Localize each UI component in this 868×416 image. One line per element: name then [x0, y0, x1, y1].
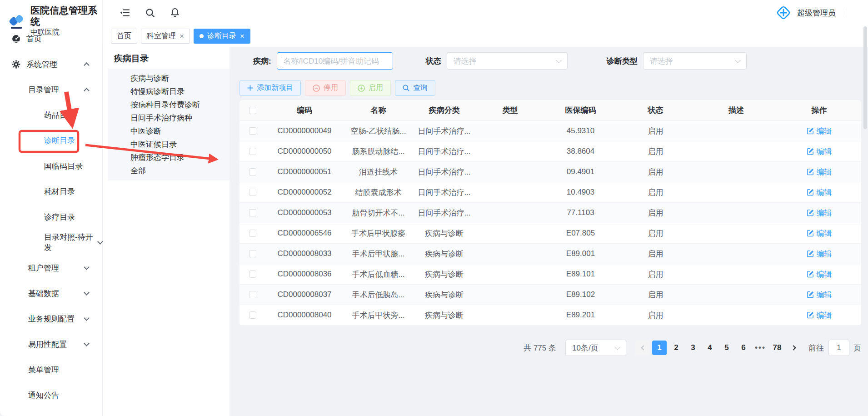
sidebar-item-home[interactable]: 首页 [0, 26, 102, 51]
edit-icon [807, 189, 814, 196]
cell-name: 结膜囊成形术 [343, 187, 414, 198]
edit-button[interactable]: 编辑 [807, 249, 832, 259]
bell-icon[interactable] [170, 8, 180, 18]
page-number[interactable]: 6 [736, 341, 751, 355]
edit-icon [807, 250, 814, 257]
row-checkbox[interactable] [249, 271, 256, 278]
open-tabs-bar: 首页 科室管理 × 诊断目录 × [103, 25, 868, 47]
sidebar-item-system[interactable]: 系统管理 [0, 51, 102, 77]
diagnosis-type-select[interactable]: 请选择 [643, 52, 747, 70]
vertical-scrollbar[interactable] [863, 26, 867, 129]
edit-button[interactable]: 编辑 [807, 290, 832, 300]
sidebar-item-treatment-catalog[interactable]: 诊疗目录 [0, 204, 102, 230]
sidebar-item-label: 国临码目录 [44, 161, 83, 171]
cell-insurance-code: E89.201 [545, 311, 616, 320]
sidebar-item-tenant-mgmt[interactable]: 租户管理 [0, 255, 102, 281]
edit-button[interactable]: 编辑 [807, 310, 832, 321]
row-checkbox[interactable] [249, 189, 256, 196]
row-checkbox[interactable] [249, 127, 256, 135]
more-pages-icon[interactable]: ••• [753, 341, 768, 355]
page-number[interactable]: 3 [686, 341, 700, 355]
collapse-sidebar-icon[interactable] [120, 9, 130, 17]
sidebar-item-national-code-catalog[interactable]: 国临码目录 [0, 153, 102, 179]
edit-button[interactable]: 编辑 [807, 167, 832, 177]
edit-button[interactable]: 编辑 [807, 187, 832, 198]
cell-insurance-code: 45.9310 [545, 126, 616, 135]
user-area[interactable]: 超级管理员 [775, 5, 846, 21]
status-select[interactable]: 请选择 [447, 52, 568, 70]
prev-page-button[interactable] [635, 341, 650, 355]
sidebar-item-drug-catalog[interactable]: 药品目录 [0, 102, 102, 128]
disable-button[interactable]: 停用 [305, 80, 346, 96]
catalog-item[interactable]: 中医诊断 [108, 125, 229, 138]
catalog-item[interactable]: 全部 [108, 164, 229, 177]
sidebar-item-base-data[interactable]: 基础数据 [0, 281, 102, 306]
enable-button[interactable]: 启用 [350, 80, 391, 96]
sidebar-item-catalog-mapping[interactable]: 目录对照-待开发 [0, 230, 102, 255]
sidebar-item-menu-mgmt[interactable]: 菜单管理 [0, 357, 102, 382]
catalog-item[interactable]: 肿瘤形态学目录 [108, 151, 229, 164]
catalog-item[interactable]: 疾病与诊断 [108, 72, 229, 85]
row-checkbox[interactable] [249, 250, 256, 257]
next-page-button[interactable] [787, 341, 801, 355]
edit-label: 编辑 [817, 146, 832, 157]
sidebar-item-catalog-mgmt[interactable]: 目录管理 [0, 77, 102, 102]
close-icon[interactable]: × [180, 32, 184, 40]
chevron-down-icon [84, 290, 90, 296]
select-all-checkbox[interactable] [249, 107, 256, 114]
cell-name: 泪道挂线术 [343, 167, 414, 177]
row-checkbox[interactable] [249, 311, 256, 319]
close-icon[interactable]: × [240, 32, 244, 40]
sidebar-item-usability-config[interactable]: 易用性配置 [0, 331, 102, 357]
catalog-item[interactable]: 中医证候目录 [108, 138, 229, 151]
diagnosis-table: 编码 名称 疾病分类 类型 医保编码 状态 描述 操作 CD0000000049… [239, 100, 861, 326]
row-checkbox[interactable] [249, 168, 256, 175]
edit-button[interactable]: 编辑 [807, 208, 832, 218]
edit-button[interactable]: 编辑 [807, 228, 832, 239]
row-checkbox[interactable] [249, 209, 256, 216]
edit-button[interactable]: 编辑 [807, 146, 832, 157]
active-dot-icon [200, 34, 204, 38]
page-number[interactable]: 1 [652, 341, 667, 355]
table-row: CD0000006546 手术后甲状腺瘘 疾病与诊断 E07.805 启用 编辑 [239, 223, 861, 244]
page-number[interactable]: 4 [703, 341, 717, 355]
search-icon[interactable] [145, 8, 155, 18]
input-placeholder: 名称/ICD10编码/拼音助记码 [283, 56, 379, 66]
tab-home[interactable]: 首页 [111, 29, 137, 44]
edit-label: 编辑 [817, 208, 832, 218]
tab-dept-mgmt[interactable]: 科室管理 × [141, 29, 190, 44]
chevron-down-icon [84, 315, 90, 321]
column-header: 状态 [616, 105, 695, 115]
cell-category: 疾病与诊断 [414, 290, 475, 300]
page-number[interactable]: 5 [719, 341, 734, 355]
query-button[interactable]: 查询 [395, 80, 435, 96]
cell-category: 疾病与诊断 [414, 228, 475, 239]
disease-search-input[interactable]: 名称/ICD10编码/拼音助记码 [277, 52, 393, 70]
total-count: 共 775 条 [524, 343, 556, 353]
cell-code: CD0000000052 [266, 188, 343, 197]
cell-category: 日间手术治疗... [414, 187, 475, 198]
page-number[interactable]: 2 [669, 341, 683, 355]
goto-page-input[interactable]: 1 [828, 340, 849, 356]
row-checkbox[interactable] [249, 230, 256, 237]
cell-code: CD0000008037 [266, 290, 343, 299]
edit-button[interactable]: 编辑 [807, 126, 832, 136]
row-checkbox[interactable] [249, 148, 256, 155]
sidebar-item-notice[interactable]: 通知公告 [0, 382, 102, 408]
sidebar-item-consumable-catalog[interactable]: 耗材目录 [0, 179, 102, 204]
tab-label: 首页 [117, 31, 131, 41]
catalog-item[interactable]: 特慢病诊断目录 [108, 85, 229, 98]
page-size-select[interactable]: 10条/页 [565, 340, 626, 356]
cell-code: CD0000000053 [266, 208, 343, 217]
catalog-item[interactable]: 日间手术治疗病种 [108, 111, 229, 125]
sidebar-item-business-rules[interactable]: 业务规则配置 [0, 306, 102, 331]
sidebar-item-diagnosis-catalog[interactable]: 诊断目录 [0, 128, 102, 153]
catalog-item[interactable]: 按病种目录付费诊断 [108, 98, 229, 111]
page-number[interactable]: 78 [770, 341, 784, 355]
tab-diagnosis-catalog[interactable]: 诊断目录 × [194, 29, 250, 44]
cell-status: 启用 [616, 249, 695, 259]
row-checkbox[interactable] [249, 291, 256, 298]
edit-button[interactable]: 编辑 [807, 269, 832, 280]
edit-label: 编辑 [817, 310, 832, 321]
add-item-button[interactable]: 添加新项目 [239, 80, 301, 96]
